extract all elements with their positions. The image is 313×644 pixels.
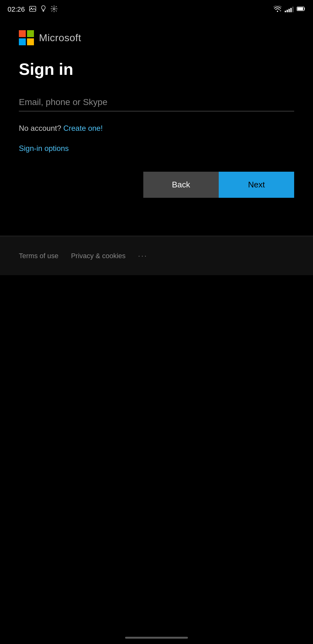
ms-logo-yellow <box>27 38 34 45</box>
battery-icon <box>297 6 305 13</box>
status-bar-left: 02:26 <box>8 5 58 14</box>
settings-icon <box>51 5 58 14</box>
ms-logo-grid <box>19 30 34 45</box>
footer-links: Terms of use Privacy & cookies ··· <box>19 252 294 260</box>
signal-icon <box>285 7 294 12</box>
svg-rect-0 <box>30 6 36 11</box>
no-account-row: No account? Create one! <box>19 124 294 133</box>
ms-logo-text: Microsoft <box>39 32 81 44</box>
ms-logo-red <box>19 30 26 37</box>
no-account-text: No account? <box>19 124 61 132</box>
ms-logo: Microsoft <box>19 30 294 45</box>
email-input-container <box>19 97 294 111</box>
status-time: 02:26 <box>8 5 25 14</box>
lightbulb-icon <box>41 5 46 14</box>
svg-rect-6 <box>298 8 303 10</box>
footer-area: Terms of use Privacy & cookies ··· <box>0 237 313 275</box>
nav-bar-pill <box>125 637 188 639</box>
wifi-icon <box>273 6 282 14</box>
ms-logo-green <box>27 30 34 37</box>
terms-of-use-link[interactable]: Terms of use <box>19 252 58 260</box>
next-button[interactable]: Next <box>219 172 294 198</box>
main-content: Microsoft Sign in No account? Create one… <box>0 18 313 229</box>
gallery-icon <box>29 6 36 13</box>
privacy-cookies-link[interactable]: Privacy & cookies <box>71 252 126 260</box>
ms-logo-blue <box>19 38 26 45</box>
more-options-link[interactable]: ··· <box>138 252 148 260</box>
back-button[interactable]: Back <box>143 172 219 198</box>
svg-point-4 <box>53 8 55 10</box>
sign-in-heading: Sign in <box>19 60 294 78</box>
sign-in-options-link[interactable]: Sign-in options <box>19 144 69 153</box>
email-input[interactable] <box>19 97 294 107</box>
status-bar-right <box>273 6 305 14</box>
status-bar: 02:26 <box>0 0 313 18</box>
button-row: Back Next <box>19 172 294 198</box>
nav-bar <box>0 631 313 644</box>
create-one-link[interactable]: Create one! <box>63 124 102 132</box>
